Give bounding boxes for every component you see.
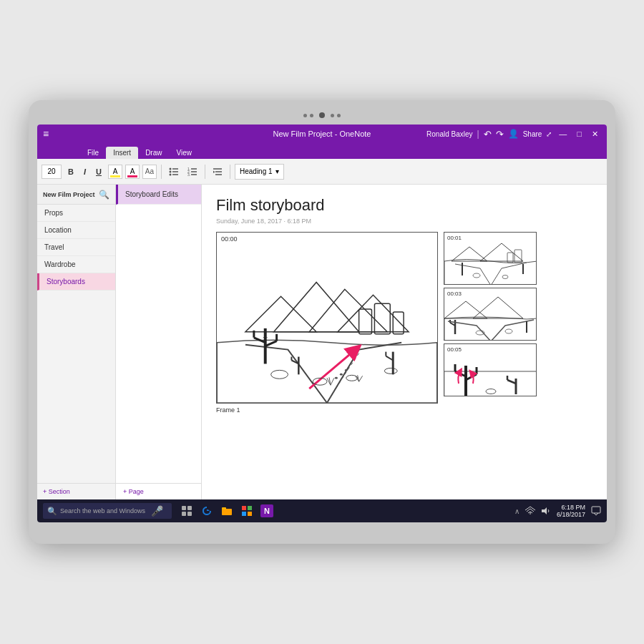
pages-panel: Storyboard Edits + Page [116, 185, 202, 499]
edge-browser-icon[interactable] [199, 503, 215, 519]
sidebar-header: New Film Project 🔍 [37, 185, 115, 205]
highlight-color-button[interactable]: A [108, 165, 122, 179]
add-page-button[interactable]: + Page [116, 483, 201, 499]
sidebar-item-location[interactable]: Location [37, 222, 115, 239]
tab-file[interactable]: File [80, 147, 106, 159]
italic-button[interactable]: I [80, 164, 89, 180]
svg-rect-79 [222, 509, 232, 515]
account-icon[interactable]: 👤 [508, 129, 519, 139]
clock-date: 6/18/2017 [557, 511, 585, 518]
title-bar: ≡ New Film Project - OneNote Ronald Baxl… [37, 125, 607, 143]
side-frames: 00:01 [444, 232, 537, 414]
indent-button[interactable] [210, 164, 225, 180]
screen: ≡ New Film Project - OneNote Ronald Baxl… [37, 125, 607, 522]
svg-point-0 [169, 167, 171, 170]
sidebar: New Film Project 🔍 Props Location Travel… [37, 185, 116, 499]
svg-marker-85 [542, 507, 547, 514]
bullet-list-button[interactable] [166, 164, 182, 180]
sidebar-item-travel[interactable]: Travel [37, 239, 115, 256]
tab-insert[interactable]: Insert [106, 147, 138, 159]
title-bar-controls: Ronald Baxley | ↶ ↷ 👤 Share ⤢ — □ ✕ [426, 129, 601, 140]
speaker-dot [331, 114, 334, 117]
side-frame-2: 00:03 [444, 288, 537, 341]
page-item-storyboard-edits[interactable]: Storyboard Edits [116, 185, 201, 205]
speaker-dot [303, 114, 307, 117]
svg-point-4 [169, 173, 171, 175]
add-section-button[interactable]: + Section [37, 483, 115, 499]
system-tray-arrow[interactable]: ∧ [514, 507, 519, 515]
font-color-button[interactable]: A [125, 165, 140, 179]
search-icon[interactable]: 🔍 [99, 190, 109, 200]
speaker-dot [337, 114, 341, 117]
share-button[interactable]: Share [523, 130, 542, 138]
notebook-title: New Film Project [43, 191, 95, 198]
heading-style-dropdown[interactable]: Heading 1 ▾ [235, 164, 284, 180]
taskbar-clock: 6:18 PM 6/18/2017 [557, 504, 585, 518]
taskbar-tray: ∧ 6:18 PM 6/18/2017 [514, 504, 601, 518]
ribbon: 20 B I U A A Aa 1.2.3. [37, 159, 607, 185]
svg-rect-83 [242, 512, 246, 516]
svg-rect-82 [248, 506, 252, 510]
store-icon[interactable] [239, 503, 255, 519]
svg-rect-76 [187, 506, 192, 510]
close-button[interactable]: ✕ [589, 130, 601, 139]
undo-button[interactable]: ↶ [484, 129, 492, 140]
tab-view[interactable]: View [169, 147, 199, 159]
maximize-button[interactable]: □ [574, 130, 585, 138]
frame-caption: Frame 1 [216, 406, 438, 414]
font-size-input[interactable]: 20 [42, 165, 62, 179]
svg-rect-81 [242, 506, 246, 510]
device-top-bar [37, 109, 607, 122]
file-explorer-icon[interactable] [219, 503, 235, 519]
side-frame-3: 00:05 [444, 343, 537, 396]
task-view-button[interactable] [179, 503, 195, 519]
pages-empty-space [116, 205, 201, 483]
underline-button[interactable]: U [92, 164, 105, 180]
minimize-button[interactable]: — [556, 130, 570, 138]
microphone-icon[interactable]: 🎤 [151, 505, 163, 517]
svg-marker-15 [213, 170, 215, 173]
svg-point-42 [335, 377, 338, 379]
svg-rect-78 [187, 512, 192, 516]
storyboard-main-frame: 00:00 [216, 232, 438, 414]
back-nav-icon[interactable]: ≡ [43, 128, 49, 140]
tab-draw[interactable]: Draw [138, 147, 169, 159]
sidebar-item-storyboards[interactable]: Storyboards [37, 273, 115, 291]
svg-point-44 [345, 369, 348, 371]
numbered-list-button[interactable]: 1.2.3. [185, 164, 200, 180]
expand-icon[interactable]: ⤢ [546, 130, 552, 138]
main-frame-box: 00:00 [216, 232, 438, 404]
side-frame-1-timestamp: 00:01 [447, 235, 462, 241]
volume-icon [541, 506, 551, 516]
text-format-button[interactable]: Aa [142, 165, 157, 179]
ribbon-tabs: File Insert Draw View [37, 143, 607, 159]
note-date: Sunday, June 18, 2017 · 6:18 PM [216, 218, 592, 225]
svg-rect-75 [182, 506, 186, 510]
clock-time: 6:18 PM [557, 504, 585, 511]
svg-point-2 [169, 170, 171, 172]
main-frame-timestamp: 00:00 [221, 235, 238, 243]
svg-text:3.: 3. [187, 172, 190, 177]
cortana-icon: 🔍 [47, 507, 57, 516]
note-content[interactable]: Film storyboard Sunday, June 18, 2017 · … [202, 185, 607, 499]
taskbar-pinned-icons: N [179, 503, 275, 519]
redo-button[interactable]: ↷ [496, 129, 504, 140]
network-icon [525, 506, 535, 516]
taskbar-search[interactable]: 🔍 Search the web and Windows 🎤 [43, 503, 172, 519]
sidebar-item-wardrobe[interactable]: Wardrobe [37, 256, 115, 273]
main-area: New Film Project 🔍 Props Location Travel… [37, 185, 607, 499]
heading-style-label: Heading 1 [240, 167, 273, 175]
svg-rect-84 [248, 512, 252, 516]
notification-icon[interactable] [591, 506, 601, 516]
sidebar-items: Props Location Travel Wardrobe Storyboar… [37, 205, 115, 483]
window-title: New Film Project - OneNote [273, 130, 371, 138]
speaker-dot [310, 114, 313, 117]
main-frame-drawing [217, 233, 437, 403]
onenote-taskbar-icon[interactable]: N [259, 503, 275, 519]
side-frame-3-timestamp: 00:05 [447, 346, 462, 353]
note-title: Film storyboard [216, 196, 592, 215]
bold-button[interactable]: B [64, 164, 77, 180]
ribbon-separator-3 [230, 165, 230, 179]
side-frame-2-timestamp: 00:03 [447, 291, 462, 297]
sidebar-item-props[interactable]: Props [37, 205, 115, 222]
